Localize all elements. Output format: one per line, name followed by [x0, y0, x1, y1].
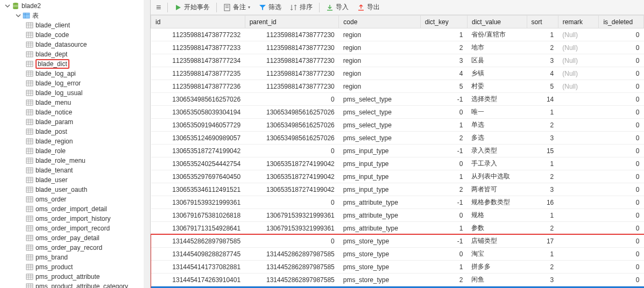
cell-parent_id[interactable]: 1306534985616257026 [245, 132, 339, 145]
cell-is_deleted[interactable]: 0 [599, 119, 644, 132]
cell-id[interactable]: 1306791713154928641 [151, 222, 245, 235]
cell-remark[interactable] [558, 235, 599, 248]
cell-dict_value[interactable]: 京东 [467, 286, 527, 289]
collapse-icon[interactable] [4, 3, 11, 9]
table-node[interactable]: pms_product_attribute_category [0, 282, 150, 288]
sort-button[interactable]: 排序 [287, 2, 316, 13]
cell-is_deleted[interactable]: 0 [599, 170, 644, 183]
cell-parent_id[interactable]: 0 [245, 235, 339, 248]
cell-parent_id[interactable]: 1123598814738777230 [245, 67, 339, 80]
cell-id[interactable]: 1123598814738777232 [151, 28, 245, 41]
table-node[interactable]: oms_order_import_history [0, 214, 150, 224]
tables-folder[interactable]: 表 [0, 11, 150, 20]
table-node[interactable]: blade_dict [0, 59, 150, 69]
cell-remark[interactable] [558, 183, 599, 196]
column-header[interactable]: sort [527, 16, 558, 28]
cell-sort[interactable]: 2 [527, 222, 558, 235]
cell-dict_value[interactable]: 乡镇 [467, 67, 527, 80]
cell-parent_id[interactable]: 0 [245, 93, 339, 106]
cell-parent_id[interactable]: 1306535187274199042 [245, 157, 339, 170]
cell-dict_key[interactable]: 0 [420, 106, 467, 119]
cell-id[interactable]: 1306535346112491521 [151, 183, 245, 196]
cell-remark[interactable] [558, 248, 599, 261]
table-node[interactable]: blade_post [0, 127, 150, 136]
cell-remark[interactable]: (Null) [558, 28, 599, 41]
table-node[interactable]: pms_product_attribute [0, 272, 150, 282]
cell-code[interactable]: pms_attribute_type [339, 222, 420, 235]
cell-sort[interactable]: 1 [527, 28, 558, 41]
table-row[interactable]: 11235988147387772351123598814738777230re… [151, 67, 644, 80]
cell-id[interactable]: 1306534985616257026 [151, 93, 245, 106]
column-header[interactable]: remark [558, 16, 599, 28]
table-node[interactable]: oms_order_import_detail [0, 204, 150, 214]
cell-is_deleted[interactable]: 0 [599, 209, 644, 222]
table-node[interactable]: blade_tenant [0, 165, 150, 175]
table-node[interactable]: blade_dept [0, 49, 150, 59]
cell-id[interactable]: 1314454141737082881 [151, 261, 245, 273]
column-header[interactable]: id [151, 16, 245, 28]
table-node[interactable]: blade_log_usual [0, 88, 150, 98]
cell-dict_value[interactable]: 闲鱼 [467, 273, 527, 286]
cell-dict_key[interactable]: 0 [420, 248, 467, 261]
cell-sort[interactable]: 5 [527, 80, 558, 93]
table-node[interactable]: blade_role_menu [0, 156, 150, 165]
table-node[interactable]: pms_product [0, 262, 150, 272]
cell-sort[interactable]: 4 [527, 67, 558, 80]
cell-dict_value[interactable]: 区县 [467, 54, 527, 67]
cell-code[interactable]: pms_attribute_type [339, 209, 420, 222]
cell-id[interactable]: 1306535091946057729 [151, 119, 245, 132]
column-header[interactable]: dict_value [467, 16, 527, 28]
table-node[interactable]: blade_notice [0, 107, 150, 117]
cell-dict_value[interactable]: 两者皆可 [467, 183, 527, 196]
table-row[interactable]: 13065351246909890571306534985616257026pm… [151, 132, 644, 145]
table-node[interactable]: oms_order_pay_detail [0, 233, 150, 243]
cell-dict_value[interactable]: 淘宝 [467, 248, 527, 261]
cell-sort[interactable]: 17 [527, 235, 558, 248]
cell-is_deleted[interactable]: 0 [599, 183, 644, 196]
cell-is_deleted[interactable]: 0 [599, 286, 644, 289]
cell-parent_id[interactable]: 1123598814738777230 [245, 41, 339, 54]
cell-parent_id[interactable]: 1314452862897987585 [245, 286, 339, 289]
cell-is_deleted[interactable]: 0 [599, 261, 644, 273]
table-node[interactable]: blade_log_error [0, 78, 150, 88]
cell-remark[interactable] [558, 286, 599, 289]
cell-sort[interactable]: 1 [527, 106, 558, 119]
cell-id[interactable]: 1314454098288287745 [151, 248, 245, 261]
cell-remark[interactable] [558, 145, 599, 157]
table-row[interactable]: 13067917131549286411306791539321999361pm… [151, 222, 644, 235]
column-header[interactable]: parent_id [245, 16, 339, 28]
cell-id[interactable]: 1306791675381026818 [151, 209, 245, 222]
cell-sort[interactable]: 4 [527, 286, 558, 289]
cell-sort[interactable]: 3 [527, 132, 558, 145]
cell-parent_id[interactable]: 1306535187274199042 [245, 183, 339, 196]
cell-code[interactable]: pms_select_type [339, 106, 420, 119]
cell-remark[interactable] [558, 273, 599, 286]
cell-dict_key[interactable]: -1 [420, 196, 467, 209]
cell-code[interactable]: pms_select_type [339, 132, 420, 145]
table-row[interactable]: 13144541742639104011314452862897987585pm… [151, 273, 644, 286]
cell-remark[interactable] [558, 157, 599, 170]
cell-remark[interactable]: (Null) [558, 41, 599, 54]
table-row[interactable]: 11235988147387772321123598814738777230re… [151, 28, 644, 41]
cell-parent_id[interactable]: 1306534985616257026 [245, 119, 339, 132]
cell-dict_key[interactable]: 5 [420, 80, 467, 93]
cell-remark[interactable] [558, 93, 599, 106]
cell-dict_value[interactable]: 规格 [467, 209, 527, 222]
cell-sort[interactable]: 3 [527, 54, 558, 67]
table-row[interactable]: 13144540982882877451314452862897987585pm… [151, 248, 644, 261]
table-row[interactable]: 13065351872741990420pms_input_type-1录入类型… [151, 145, 644, 157]
table-row[interactable]: 13065350580393041941306534985616257026pm… [151, 106, 644, 119]
cell-id[interactable]: 1123598814738777236 [151, 80, 245, 93]
cell-id[interactable]: 1306535058039304194 [151, 106, 245, 119]
cell-id[interactable]: 1306791539321999361 [151, 196, 245, 209]
cell-code[interactable]: pms_input_type [339, 183, 420, 196]
cell-remark[interactable] [558, 170, 599, 183]
table-row[interactable]: 13065349856162570260pms_select_type-1选择类… [151, 93, 644, 106]
cell-id[interactable]: 1314454174263910401 [151, 273, 245, 286]
table-node[interactable]: blade_menu [0, 98, 150, 107]
cell-dict_value[interactable]: 唯一 [467, 106, 527, 119]
cell-sort[interactable]: 2 [527, 170, 558, 183]
cell-parent_id[interactable]: 0 [245, 196, 339, 209]
cell-dict_key[interactable]: 0 [420, 157, 467, 170]
cell-parent_id[interactable]: 1306535187274199042 [245, 170, 339, 183]
